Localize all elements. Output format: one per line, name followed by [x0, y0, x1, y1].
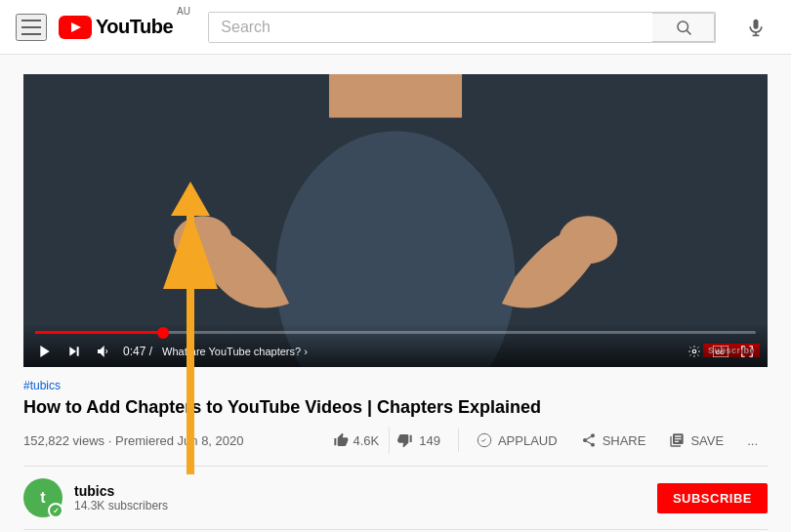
volume-button[interactable] — [94, 342, 113, 361]
volume-icon — [96, 344, 111, 359]
header-search — [208, 12, 716, 43]
applaud-label: APPLAUD — [498, 433, 558, 448]
video-section: Subscribe — [0, 55, 791, 532]
save-label: SAVE — [690, 433, 724, 448]
video-actions: 4.6K 149 APPLAUD SHARE — [323, 427, 768, 454]
svg-rect-4 — [753, 19, 758, 28]
microphone-icon — [746, 18, 766, 37]
current-time: 0:47 — [123, 345, 146, 358]
more-button[interactable]: ... — [737, 428, 768, 454]
thumbs-up-icon — [333, 432, 349, 448]
channel-row: t ✓ tubics 14.3K subscribers SUBSCRIBE — [23, 467, 768, 530]
avatar-initial: t — [40, 489, 45, 507]
progress-fill — [35, 331, 165, 334]
dislike-button[interactable]: 149 — [394, 427, 450, 454]
subscribe-button[interactable]: SUBSCRIBE — [657, 483, 768, 513]
youtube-country: AU — [177, 6, 190, 17]
search-icon — [675, 19, 692, 36]
play-button[interactable] — [35, 342, 55, 361]
header-right — [736, 8, 775, 47]
svg-point-10 — [559, 216, 617, 264]
video-tag[interactable]: #tubics — [23, 379, 768, 392]
share-icon — [581, 432, 597, 448]
play-icon — [37, 344, 53, 359]
video-meta-row: 152,822 views · Premiered Jun 8, 2020 4.… — [23, 427, 768, 467]
svg-marker-13 — [69, 347, 76, 355]
hamburger-menu-button[interactable] — [16, 14, 47, 41]
more-label: ... — [747, 433, 758, 448]
save-button[interactable]: SAVE — [659, 427, 733, 454]
progress-bar[interactable] — [35, 331, 756, 334]
time-display: 0:47 / — [123, 345, 152, 358]
svg-text:CC: CC — [716, 349, 725, 355]
like-button[interactable]: 4.6K — [323, 427, 390, 454]
view-count: 152,822 views — [23, 433, 104, 448]
svg-rect-14 — [77, 347, 79, 355]
video-player[interactable]: Subscribe — [23, 74, 768, 367]
settings-icon — [687, 345, 701, 358]
action-divider — [458, 429, 459, 452]
video-stats: 152,822 views · Premiered Jun 8, 2020 — [23, 433, 244, 448]
header-left: YouTube AU — [16, 14, 190, 41]
youtube-logo[interactable]: YouTube AU — [59, 16, 190, 39]
channel-info: t ✓ tubics 14.3K subscribers — [23, 478, 168, 517]
progress-thumb — [157, 327, 169, 339]
svg-line-3 — [687, 30, 690, 34]
search-button[interactable] — [652, 13, 715, 42]
video-controls: 0:47 / What are YouTube chapters? › CC — [23, 323, 768, 367]
video-title: How to Add Chapters to YouTube Videos | … — [23, 396, 768, 419]
next-button[interactable] — [64, 342, 84, 361]
save-icon — [669, 432, 685, 448]
applaud-button[interactable]: APPLAUD — [467, 427, 567, 454]
search-container — [208, 12, 716, 43]
svg-marker-15 — [98, 346, 104, 357]
fullscreen-button[interactable] — [738, 343, 756, 360]
main-content: Subscribe — [0, 55, 791, 532]
channel-details: tubics 14.3K subscribers — [74, 483, 168, 512]
cc-button[interactable]: CC — [711, 344, 730, 359]
chapter-label: What are YouTube chapters? › — [162, 346, 676, 357]
search-input[interactable] — [209, 13, 652, 42]
share-button[interactable]: SHARE — [571, 427, 656, 454]
thumbs-down-icon — [397, 432, 413, 448]
video-info: #tubics How to Add Chapters to YouTube V… — [23, 379, 768, 467]
subscriber-count: 14.3K subscribers — [74, 499, 168, 512]
voice-search-button[interactable] — [736, 8, 775, 47]
header: YouTube AU — [0, 0, 791, 55]
right-controls: CC — [686, 343, 756, 360]
youtube-icon — [59, 16, 92, 39]
controls-row: 0:47 / What are YouTube chapters? › CC — [35, 342, 756, 361]
channel-avatar[interactable]: t ✓ — [23, 478, 62, 517]
settings-button[interactable] — [686, 343, 703, 360]
applaud-icon — [477, 432, 492, 448]
svg-point-9 — [174, 216, 232, 264]
svg-marker-12 — [40, 346, 49, 357]
avatar-checkmark: ✓ — [48, 503, 63, 518]
youtube-wordmark: YouTube — [96, 16, 173, 38]
premiere-date: Premiered Jun 8, 2020 — [115, 433, 244, 448]
channel-name[interactable]: tubics — [74, 483, 168, 499]
svg-rect-11 — [329, 74, 462, 118]
fullscreen-icon — [740, 345, 754, 358]
svg-point-16 — [692, 349, 696, 353]
dislike-count: 149 — [419, 433, 440, 448]
like-count: 4.6K — [353, 433, 379, 448]
next-icon — [66, 344, 82, 359]
svg-point-2 — [678, 21, 688, 32]
cc-icon: CC — [713, 346, 729, 357]
share-label: SHARE — [603, 433, 646, 448]
